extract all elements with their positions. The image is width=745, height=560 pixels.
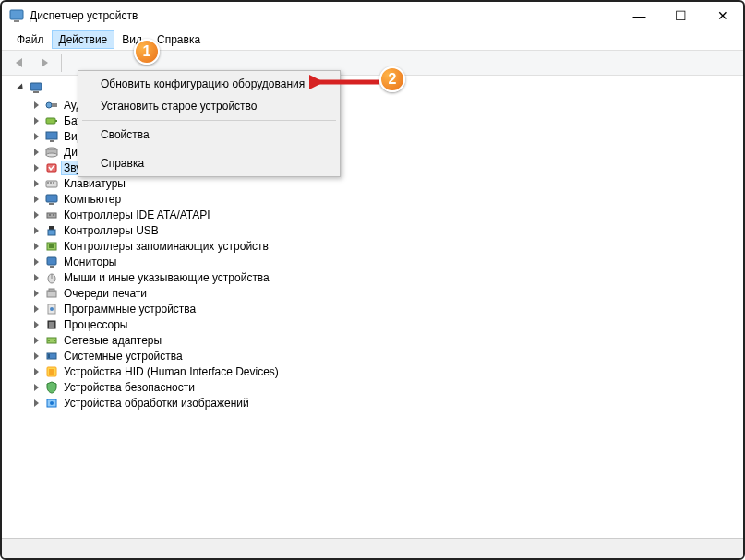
svg-point-4	[46, 102, 52, 108]
tree-node[interactable]: Контроллеры IDE ATA/ATAPI	[31, 207, 739, 222]
svg-rect-36	[49, 322, 54, 328]
chevron-down-icon[interactable]	[15, 82, 25, 92]
tree-node[interactable]: Очереди печати	[31, 285, 739, 301]
tree-node[interactable]: Устройства безопасности	[31, 379, 739, 395]
annotation-marker-2: 2	[379, 66, 405, 92]
annotation-arrow	[309, 74, 381, 90]
device-category-icon	[44, 192, 59, 207]
svg-rect-0	[10, 10, 23, 19]
app-icon	[9, 8, 24, 23]
tree-node[interactable]: Контроллеры запоминающих устройств	[31, 238, 739, 254]
tree-node-label: Компьютер	[62, 193, 123, 206]
tree-node[interactable]: Клавиатуры	[31, 175, 739, 191]
svg-point-45	[50, 401, 54, 405]
device-category-icon	[44, 145, 59, 160]
chevron-right-icon[interactable]	[31, 241, 42, 251]
forward-button[interactable]	[33, 53, 55, 73]
svg-rect-1	[14, 20, 19, 22]
chevron-right-icon[interactable]	[31, 115, 42, 125]
tree-node[interactable]: Сетевые адаптеры	[31, 332, 739, 348]
svg-rect-20	[47, 213, 56, 218]
device-category-icon	[44, 396, 59, 411]
tree-node[interactable]: Контроллеры USB	[31, 222, 739, 238]
device-category-icon	[44, 270, 59, 285]
tree-node[interactable]: Мыши и иные указывающие устройства	[31, 269, 739, 285]
menu-item-help[interactable]: Справка	[80, 152, 338, 174]
chevron-right-icon[interactable]	[31, 131, 42, 141]
action-menu-dropdown: Обновить конфигурацию оборудования Устан…	[78, 70, 341, 177]
chevron-right-icon[interactable]	[31, 147, 42, 157]
menu-file[interactable]: Файл	[9, 30, 52, 49]
device-category-icon	[44, 113, 59, 128]
device-category-icon	[44, 286, 59, 301]
toolbar-separator	[61, 54, 62, 72]
svg-rect-8	[46, 132, 57, 139]
chevron-right-icon[interactable]	[31, 209, 42, 220]
svg-rect-18	[46, 195, 57, 202]
menu-item-properties[interactable]: Свойства	[80, 124, 338, 146]
chevron-right-icon[interactable]	[31, 335, 42, 345]
menu-item-add-legacy[interactable]: Установить старое устройство	[80, 95, 338, 117]
svg-rect-6	[46, 118, 55, 124]
svg-rect-32	[49, 289, 54, 292]
svg-rect-16	[50, 182, 52, 184]
window-controls: — ☐ ✕	[619, 2, 743, 30]
close-button[interactable]: ✕	[702, 2, 743, 30]
tree-node-label: Системные устройства	[62, 350, 185, 363]
chevron-right-icon[interactable]	[31, 272, 42, 282]
device-category-icon	[44, 364, 59, 379]
tree-node-label: Контроллеры USB	[62, 224, 161, 237]
svg-point-34	[50, 307, 54, 311]
chevron-right-icon[interactable]	[31, 366, 42, 376]
svg-point-39	[54, 340, 55, 341]
chevron-right-icon[interactable]	[31, 398, 42, 408]
chevron-right-icon[interactable]	[31, 178, 42, 188]
tree-node[interactable]: Компьютер	[31, 191, 739, 207]
chevron-right-icon[interactable]	[31, 382, 42, 392]
device-category-icon	[44, 176, 59, 191]
menu-action[interactable]: Действие	[52, 30, 115, 49]
minimize-button[interactable]: —	[619, 2, 660, 30]
tree-node-label: Процессоры	[62, 318, 130, 331]
menu-item-refresh-hardware[interactable]: Обновить конфигурацию оборудования	[80, 73, 338, 95]
svg-rect-5	[52, 103, 57, 107]
tree-node-label: Устройства безопасности	[62, 381, 197, 394]
chevron-right-icon[interactable]	[31, 162, 42, 173]
statusbar	[2, 538, 743, 558]
titlebar: Диспетчер устройств — ☐ ✕	[2, 2, 743, 30]
device-category-icon	[44, 255, 59, 269]
device-category-icon	[44, 98, 59, 113]
tree-node[interactable]: Устройства обработки изображений	[31, 395, 739, 411]
tree-node[interactable]: Процессоры	[31, 316, 739, 332]
chevron-right-icon[interactable]	[31, 100, 42, 110]
svg-rect-7	[55, 120, 57, 122]
chevron-right-icon[interactable]	[31, 256, 42, 267]
chevron-right-icon[interactable]	[31, 351, 42, 361]
maximize-button[interactable]: ☐	[660, 2, 702, 30]
chevron-right-icon[interactable]	[31, 225, 42, 235]
chevron-right-icon[interactable]	[31, 304, 42, 314]
tree-node-label: Сетевые адаптеры	[62, 334, 163, 347]
svg-rect-17	[53, 182, 54, 184]
svg-rect-23	[49, 226, 54, 230]
device-category-icon	[44, 239, 59, 254]
tree-node-label: Устройства обработки изображений	[62, 397, 251, 410]
device-category-icon	[44, 302, 59, 316]
svg-rect-19	[49, 203, 54, 205]
tree-node[interactable]: Программные устройства	[31, 301, 739, 316]
device-category-icon	[44, 223, 59, 238]
back-button[interactable]	[7, 53, 30, 73]
svg-rect-43	[49, 369, 54, 375]
tree-node[interactable]: Мониторы	[31, 254, 739, 269]
chevron-right-icon[interactable]	[31, 319, 42, 329]
svg-rect-9	[50, 140, 54, 142]
device-category-icon	[44, 161, 59, 175]
tree-node-label: Контроллеры запоминающих устройств	[62, 240, 270, 253]
tree-node[interactable]: Системные устройства	[31, 348, 739, 363]
chevron-right-icon[interactable]	[31, 194, 42, 204]
window-title: Диспетчер устройств	[30, 9, 138, 22]
menubar: Файл Действие Вид Справка	[2, 30, 743, 50]
tree-node[interactable]: Устройства HID (Human Interface Devices)	[31, 363, 739, 379]
chevron-right-icon[interactable]	[31, 288, 42, 298]
device-category-icon	[44, 349, 59, 363]
